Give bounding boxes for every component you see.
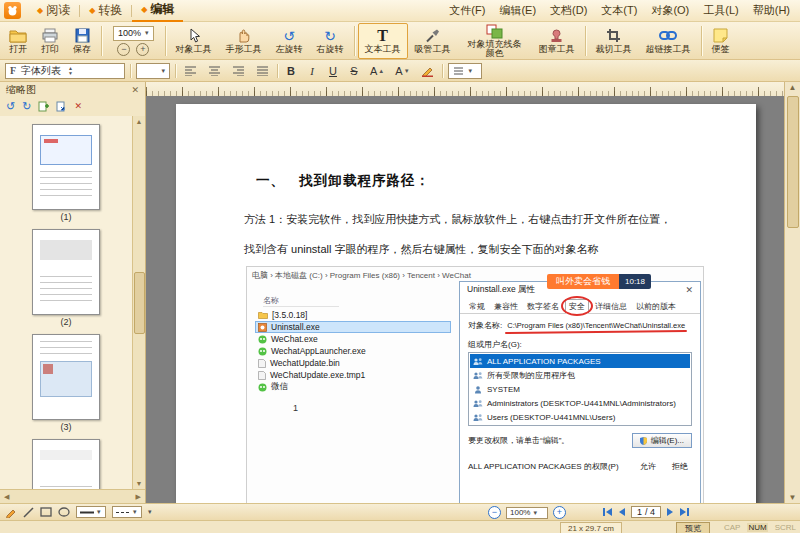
- menu-tools[interactable]: 工具(L): [703, 3, 738, 18]
- italic-button[interactable]: I: [304, 63, 320, 79]
- rotate-left-page-icon[interactable]: ↺: [6, 101, 15, 112]
- rectangle-tool-icon[interactable]: [40, 506, 52, 519]
- scroll-right-icon[interactable]: ▶: [136, 493, 141, 501]
- zoom-in-button[interactable]: +: [553, 506, 566, 519]
- text-tool-button[interactable]: T 文本工具: [358, 23, 408, 59]
- menu-file[interactable]: 文件(F): [449, 3, 485, 18]
- crop-tool-button[interactable]: 裁切工具: [589, 23, 639, 59]
- rotate-left-button[interactable]: ↺ 左旋转: [269, 23, 310, 59]
- scroll-down-icon[interactable]: ▼: [785, 493, 800, 502]
- pencil-tool-icon[interactable]: [5, 506, 17, 519]
- hand-tool-button[interactable]: 手形工具: [219, 23, 269, 59]
- zoom-level-select[interactable]: 100% ▾: [506, 507, 548, 519]
- line-style-select[interactable]: ▾: [448, 63, 482, 79]
- align-right-icon: [232, 65, 245, 76]
- toast-popup: 叫外卖会省钱 10:18: [547, 274, 651, 289]
- align-right-button[interactable]: [229, 63, 248, 79]
- insert-page-icon[interactable]: [38, 101, 49, 112]
- previous-page-button[interactable]: [618, 508, 626, 516]
- scroll-left-icon[interactable]: ◀: [4, 493, 9, 501]
- align-justify-button[interactable]: [253, 63, 272, 79]
- align-left-button[interactable]: [181, 63, 200, 79]
- save-button[interactable]: 保存: [66, 23, 98, 59]
- font-size-select[interactable]: ▾: [136, 63, 170, 79]
- mode-tab-convert[interactable]: ◆ 转换: [80, 0, 131, 21]
- strikethrough-button[interactable]: S: [346, 63, 362, 79]
- file-name: WechatAppLauncher.exe: [271, 346, 366, 356]
- first-page-button[interactable]: [602, 508, 613, 516]
- menu-object[interactable]: 对象(O): [651, 3, 689, 18]
- scrollbar-thumb[interactable]: [134, 272, 145, 334]
- zoom-in-icon[interactable]: +: [136, 43, 149, 56]
- thumbnail-image[interactable]: [32, 439, 100, 489]
- delete-page-icon[interactable]: ✕: [74, 101, 82, 112]
- document-vertical-scrollbar[interactable]: ▲ ▼: [784, 82, 800, 503]
- line-style-icon: [453, 66, 464, 75]
- zoom-out-button[interactable]: −: [488, 506, 501, 519]
- thumbnail-vertical-scrollbar[interactable]: ▲ ▼: [132, 116, 145, 489]
- menu-help[interactable]: 帮助(H): [753, 3, 790, 18]
- dash-style-select[interactable]: ▾: [112, 506, 142, 518]
- more-tools-icon[interactable]: ▾: [148, 508, 152, 516]
- page-thumbnail-3[interactable]: (3): [32, 334, 100, 432]
- group-users-list: ALL APPLICATION PACKAGES 所有受限制的应用程序包 SYS…: [468, 352, 692, 426]
- app-logo[interactable]: [4, 2, 21, 19]
- thumbnail-image[interactable]: [32, 124, 100, 210]
- mode-tab-edit[interactable]: ◆ 编辑: [132, 0, 183, 22]
- scroll-down-icon[interactable]: ▼: [136, 480, 143, 487]
- fill-stroke-color-button[interactable]: 对象填充线条颜色: [458, 23, 532, 59]
- panel-close-icon[interactable]: ✕: [131, 85, 139, 95]
- underline-button[interactable]: U: [325, 63, 341, 79]
- rotate-right-page-icon[interactable]: ↻: [22, 101, 31, 112]
- page-thumbnail-4[interactable]: [32, 439, 100, 489]
- extract-page-icon[interactable]: [56, 101, 67, 112]
- user-name: ALL APPLICATION PACKAGES: [487, 357, 601, 366]
- zoom-control[interactable]: 100% ▾ − +: [105, 26, 162, 56]
- note-tool-button[interactable]: 便签: [705, 23, 737, 59]
- thumbnail-horizontal-scrollbar[interactable]: ◀ ▶: [0, 489, 145, 503]
- pdf-page[interactable]: 一、 找到卸载程序路径： 方法 1：安装完软件，找到应用快捷方式，鼠标放软件上，…: [176, 104, 756, 503]
- rotate-right-icon: ↻: [324, 27, 336, 44]
- document-canvas[interactable]: 一、 找到卸载程序路径： 方法 1：安装完软件，找到应用快捷方式，鼠标放软件上，…: [146, 96, 785, 503]
- thumbnail-image[interactable]: [32, 334, 100, 420]
- menu-edit[interactable]: 编辑(E): [499, 3, 536, 18]
- zoom-select[interactable]: 100% ▾: [113, 26, 154, 41]
- menu-document[interactable]: 文档(D): [550, 3, 587, 18]
- last-page-button[interactable]: [679, 508, 690, 516]
- scrollbar-thumb[interactable]: [787, 96, 799, 228]
- bold-button[interactable]: B: [283, 63, 299, 79]
- font-spinner[interactable]: ▲ ▼: [68, 66, 73, 76]
- page-thumbnail-1[interactable]: (1): [32, 124, 100, 222]
- scroll-up-icon[interactable]: ▲: [785, 83, 800, 92]
- font-family-select[interactable]: F 字体列表 ▲ ▼: [5, 63, 125, 79]
- line-width-select[interactable]: ▾: [76, 506, 106, 518]
- thumbnail-image[interactable]: [32, 229, 100, 315]
- hyperlink-tool-button[interactable]: 超链接工具: [639, 23, 698, 59]
- print-button[interactable]: 打印: [34, 23, 66, 59]
- object-tool-button[interactable]: 对象工具: [169, 23, 219, 59]
- zoom-controls: − 100% ▾ +: [488, 506, 566, 519]
- text-color-button[interactable]: [418, 63, 437, 79]
- file-row: [3.5.0.18]: [255, 309, 451, 321]
- page-thumbnail-2[interactable]: (2): [32, 229, 100, 327]
- line-tool-icon[interactable]: [23, 506, 34, 519]
- subscript-button[interactable]: A▼: [392, 63, 412, 79]
- bottom-toolbar: ▾ ▾ ▾ − 100% ▾ + 1 / 4: [0, 503, 800, 520]
- next-page-button[interactable]: [666, 508, 674, 516]
- wechat-app-icon: [258, 335, 267, 344]
- open-button[interactable]: 打开: [2, 23, 34, 59]
- page-number-box[interactable]: 1 / 4: [631, 506, 661, 518]
- menu-text[interactable]: 文本(T): [601, 3, 637, 18]
- explorer-column-name: 名称: [263, 295, 339, 307]
- zoom-out-icon[interactable]: −: [117, 43, 130, 56]
- eyedropper-tool-button[interactable]: 吸管工具: [408, 23, 458, 59]
- superscript-button[interactable]: A▲: [367, 63, 387, 79]
- stamp-icon: [549, 27, 564, 44]
- scroll-up-icon[interactable]: ▲: [136, 118, 143, 125]
- mode-tab-read[interactable]: ◆ 阅读: [28, 0, 79, 21]
- rotate-right-button[interactable]: ↻ 右旋转: [310, 23, 351, 59]
- preview-button[interactable]: 预览: [676, 522, 710, 533]
- stamp-tool-button[interactable]: 图章工具: [532, 23, 582, 59]
- ellipse-tool-icon[interactable]: [58, 506, 70, 519]
- align-center-button[interactable]: [205, 63, 224, 79]
